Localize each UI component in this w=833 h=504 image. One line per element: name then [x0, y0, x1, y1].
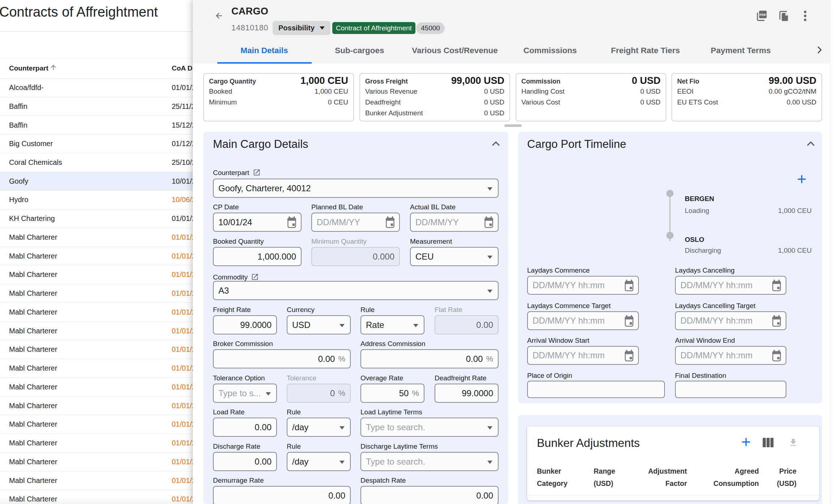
svg-text:PDF: PDF: [760, 13, 766, 17]
